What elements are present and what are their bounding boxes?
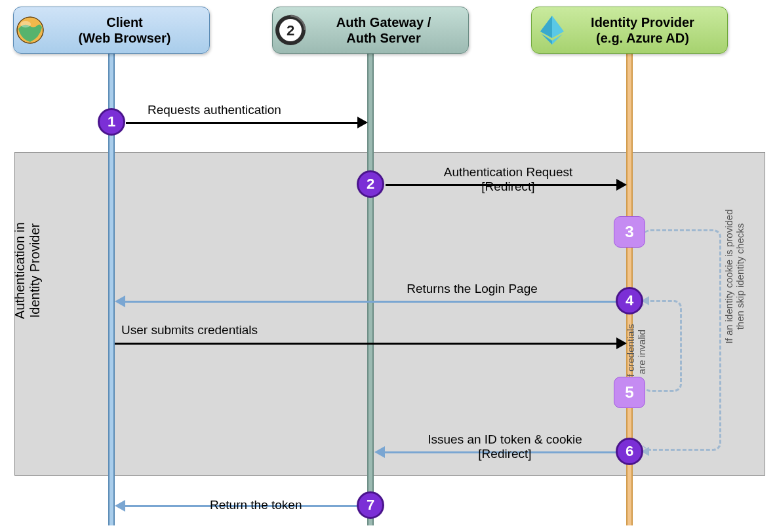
lifeline-auth-server bbox=[367, 54, 374, 525]
message-authentication-request: Authentication Request [Redirect] bbox=[413, 165, 603, 194]
participant-client-label: Client(Web Browser) bbox=[46, 14, 178, 46]
oauth2-badge-icon: 2 bbox=[275, 14, 306, 46]
arrow-returns-login-page bbox=[125, 301, 616, 303]
step-badge-4: 4 bbox=[616, 287, 643, 314]
message-requests-authentication: Requests authentication bbox=[148, 103, 281, 117]
ethereum-diamond-icon bbox=[538, 14, 567, 46]
arrow-head-7 bbox=[115, 500, 125, 512]
arrow-head-submit bbox=[616, 337, 627, 349]
step-badge-1: 1 bbox=[98, 108, 125, 136]
svg-text:2: 2 bbox=[287, 22, 294, 39]
message-return-the-token: Return the token bbox=[210, 498, 302, 512]
message-user-submits-credentials: User submits credentials bbox=[121, 323, 258, 337]
note-skip-identity: If an identity cookie is providedthen sk… bbox=[723, 191, 746, 362]
participant-auth-label: Auth Gateway /Auth Server bbox=[304, 14, 437, 46]
arrow-head-2 bbox=[616, 179, 627, 191]
phase-label: Authentication inIdentity Provider bbox=[12, 205, 43, 336]
message-issues-id-token: Issues an ID token & cookie [Redirect] bbox=[400, 432, 610, 461]
step-badge-6: 6 bbox=[616, 438, 643, 465]
arrow-requests-authentication bbox=[126, 122, 359, 124]
arrow-head-1 bbox=[357, 117, 368, 128]
step-badge-2: 2 bbox=[357, 170, 384, 198]
arrow-head-6 bbox=[374, 446, 385, 458]
participant-idp-label: Identity Provider(e.g. Azure AD) bbox=[558, 14, 701, 46]
globe-icon bbox=[16, 16, 45, 45]
step-badge-7: 7 bbox=[357, 491, 384, 519]
arrow-head-4 bbox=[115, 295, 125, 307]
dashed-loop-invalid-credentials bbox=[643, 300, 682, 392]
sequence-diagram: Authentication inIdentity Provider Clien… bbox=[7, 7, 770, 525]
step-tile-5: 5 bbox=[614, 377, 645, 408]
svg-point-3 bbox=[20, 21, 31, 28]
step-tile-3: 3 bbox=[614, 216, 645, 248]
svg-marker-8 bbox=[540, 16, 552, 38]
arrow-user-submits-credentials bbox=[115, 343, 618, 345]
message-returns-login-page: Returns the Login Page bbox=[374, 282, 570, 296]
